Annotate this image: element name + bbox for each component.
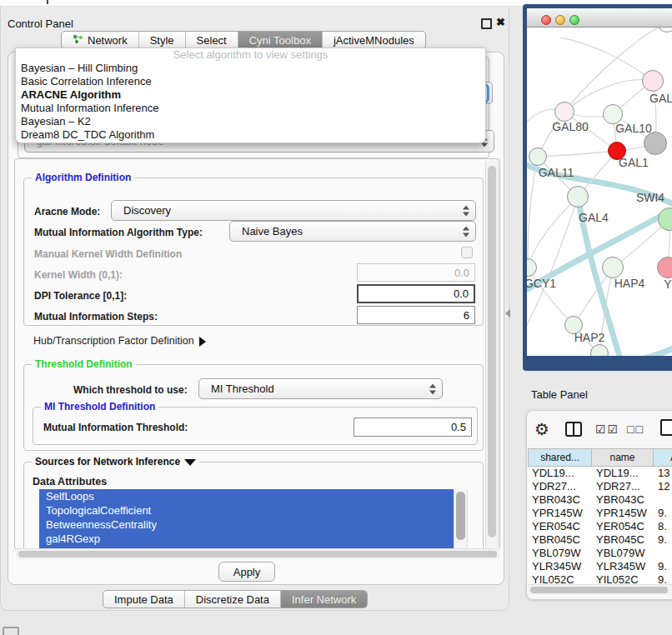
zoom-window-icon[interactable] [569, 15, 579, 25]
attributes-scroll-thumb[interactable] [456, 492, 465, 540]
bottom-tab-impute-data[interactable]: Impute Data [103, 591, 185, 608]
tab-network[interactable]: Network [62, 32, 139, 48]
tab-jactivemnodules[interactable]: jActiveMNodules [323, 32, 425, 48]
settings-hscroll-thumb[interactable] [18, 551, 497, 558]
table-cell: YLR345W [592, 560, 654, 573]
algorithm-option-bayesian-k2[interactable]: Bayesian – K2 [16, 115, 485, 128]
manual-kernel-checkbox[interactable] [461, 247, 473, 258]
table-cell: YLR345W [528, 560, 592, 573]
kernel-width-field[interactable]: 0.0 [357, 263, 475, 282]
table-row[interactable]: YER054CYER054C8. [528, 520, 672, 533]
mi-type-value: Naive Bayes [242, 225, 303, 238]
algorithm-option-mutual-information-inference[interactable]: Mutual Information Inference [16, 102, 485, 115]
attribute-item-topologicalcoefficient[interactable]: TopologicalCoefficient [39, 503, 466, 518]
mi-type-combo[interactable]: Naive Bayes [229, 221, 476, 242]
network-node-gal80[interactable] [554, 102, 574, 122]
data-attributes-list[interactable]: SelfLoopsTopologicalCoefficientBetweenne… [39, 489, 466, 550]
sources-group-title[interactable]: Sources for Network Inference [32, 456, 199, 468]
table-cell: YIL052C [592, 573, 654, 584]
tab-cyni-toolbox[interactable]: Cyni Toolbox [238, 32, 323, 48]
aracne-mode-combo[interactable]: Discovery [111, 200, 476, 221]
network-canvas[interactable]: GALGAL80GAL10GAL1GAL11SWI4GAL4GCY1HAP4YH… [527, 28, 672, 356]
tab-style[interactable]: Style [139, 32, 186, 48]
column-header-name[interactable]: name [592, 448, 654, 467]
network-node-gal11[interactable] [529, 148, 547, 166]
table-cell: YER054C [528, 520, 592, 533]
table-cell: YBR045C [528, 533, 592, 547]
network-node-hap4[interactable] [602, 257, 624, 278]
table-cell: YPR145W [528, 507, 592, 520]
minimize-window-icon[interactable] [555, 15, 565, 25]
bottom-tab-discretize-data[interactable]: Discretize Data [185, 591, 281, 608]
table-row[interactable]: YBR043CYBR043C [528, 493, 672, 507]
which-threshold-combo[interactable]: MI Threshold [198, 378, 443, 399]
apply-button[interactable]: Apply [218, 562, 275, 582]
table-cell: 13 [654, 467, 672, 480]
algorithm-dropdown-list: Bayesian – Hill ClimbingBasic Correlatio… [16, 62, 485, 142]
column-header-shared[interactable]: shared... [528, 448, 592, 467]
new-table-icon[interactable] [660, 419, 672, 436]
close-window-icon[interactable] [541, 15, 551, 25]
table-row[interactable]: YDR27...YDR27...12 [528, 480, 672, 493]
table-row[interactable]: YBL079WYBL079W [528, 547, 672, 560]
attribute-item-selfloops[interactable]: SelfLoops [39, 489, 466, 503]
bottom-tab-label: Discretize Data [196, 593, 269, 606]
node-label-gcy1: GCY1 [527, 277, 556, 290]
table-hscroll-thumb[interactable] [530, 587, 668, 593]
dpi-tolerance-field[interactable]: 0.0 [357, 284, 475, 303]
algorithm-option-aracne-algorithm[interactable]: ARACNE Algorithm [16, 88, 485, 102]
sources-title-text: Sources for Network Inference [35, 456, 180, 468]
gear-icon[interactable]: ⚙ [534, 419, 549, 439]
network-node-gal4[interactable] [567, 186, 589, 208]
aracne-mode-label: Aracne Mode: [34, 206, 100, 218]
mi-steps-field[interactable]: 6 [357, 306, 475, 324]
table-cell: 9. [654, 533, 672, 547]
mi-threshold-field[interactable]: 0.5 [354, 418, 472, 437]
dock-panel-icon[interactable] [3, 627, 19, 635]
which-threshold-value: MI Threshold [211, 382, 274, 395]
attributes-scrollbar[interactable] [454, 489, 468, 550]
settings-vertical-scrollbar[interactable] [485, 161, 499, 548]
toolbar-tick [47, 0, 48, 4]
algorithm-option-basic-correlation-inference[interactable]: Basic Correlation Inference [16, 75, 485, 88]
table-horizontal-scrollbar[interactable] [528, 584, 672, 595]
stepper-icon [429, 383, 436, 394]
split-view-icon[interactable] [565, 422, 582, 437]
mi-type-label: Mutual Information Algorithm Type: [34, 227, 203, 238]
table-row[interactable]: YBR045CYBR045C9. [528, 533, 672, 547]
algorithm-option-bayesian-hill-climbing[interactable]: Bayesian – Hill Climbing [16, 62, 485, 75]
table-row[interactable]: YDL19...YDL19...13 [528, 467, 672, 480]
table-row[interactable]: YLR345WYLR345W9. [528, 560, 672, 573]
table-row[interactable]: YPR145WYPR145W9. [528, 507, 672, 520]
select-all-checkboxes-icon[interactable]: ☑☑ [595, 422, 619, 436]
bottom-tab-infer-network[interactable]: Infer Network [281, 591, 367, 608]
table-cell: YDL19... [528, 467, 592, 480]
column-header-a[interactable]: A [654, 448, 672, 467]
panel-divider-handle[interactable] [505, 309, 510, 318]
collapse-arrow-icon [184, 459, 196, 466]
tab-select[interactable]: Select [186, 32, 238, 48]
network-node[interactable] [644, 132, 667, 155]
algorithm-definition-group: Algorithm Definition Aracne Mode: Discov… [23, 178, 484, 326]
hub-definition-toggle[interactable]: Hub/Transcription Factor Definition [33, 335, 206, 347]
kernel-width-label: Kernel Width (0,1): [34, 269, 123, 281]
algorithm-option-dream8-dc-tdc-algorithm[interactable]: Dream8 DC_TDC Algorithm [16, 128, 485, 142]
settings-vscroll-thumb[interactable] [488, 166, 496, 538]
table-row[interactable]: YIL052CYIL052C9. [528, 573, 672, 584]
stepper-icon [462, 205, 469, 216]
deselect-all-checkboxes-icon[interactable]: □□ [627, 422, 644, 436]
attribute-item-betweennesscentrality[interactable]: BetweennessCentrality [39, 518, 466, 532]
table-cell: 12 [654, 480, 672, 493]
algorithm-dropdown-popup: Select algorithm to view settings Bayesi… [15, 48, 486, 143]
table-cell: YBL079W [528, 547, 592, 560]
node-label-hap4: HAP4 [614, 277, 645, 290]
attribute-item-gal4rgexp[interactable]: gal4RGexp [39, 532, 466, 546]
settings-horizontal-scrollbar[interactable] [16, 548, 499, 559]
float-panel-icon[interactable] [481, 18, 492, 29]
network-window-titlebar[interactable] [527, 8, 672, 28]
node-label-y: Y [664, 278, 671, 291]
close-panel-icon[interactable]: ✖ [496, 16, 505, 28]
network-node-gal[interactable] [642, 70, 664, 92]
control-panel: Control Panel ✖ NetworkStyleSelectCyni T… [0, 7, 509, 611]
algorithm-definition-title: Algorithm Definition [32, 172, 134, 183]
